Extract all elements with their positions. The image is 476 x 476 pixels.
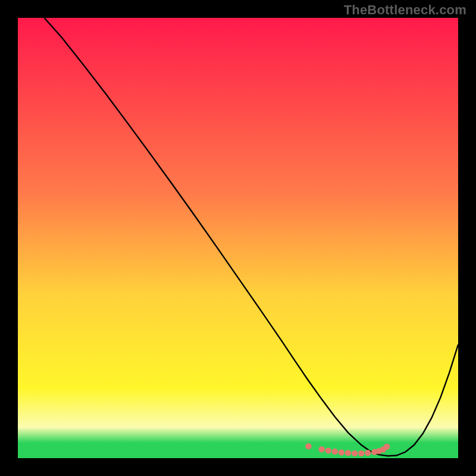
curve-marker <box>305 443 311 449</box>
curve-marker <box>339 449 345 455</box>
chart-frame: TheBottleneck.com <box>0 0 476 476</box>
curve-marker <box>358 450 364 456</box>
curve-marker <box>325 447 331 453</box>
curve-marker <box>318 446 324 452</box>
curve-marker <box>345 450 351 456</box>
gradient-background <box>18 18 458 458</box>
plot-area <box>18 18 458 458</box>
chart-svg <box>18 18 458 458</box>
watermark-text: TheBottleneck.com <box>344 2 466 18</box>
curve-marker <box>352 450 358 456</box>
curve-marker <box>384 444 390 450</box>
curve-marker <box>365 450 371 456</box>
curve-marker <box>332 449 338 455</box>
